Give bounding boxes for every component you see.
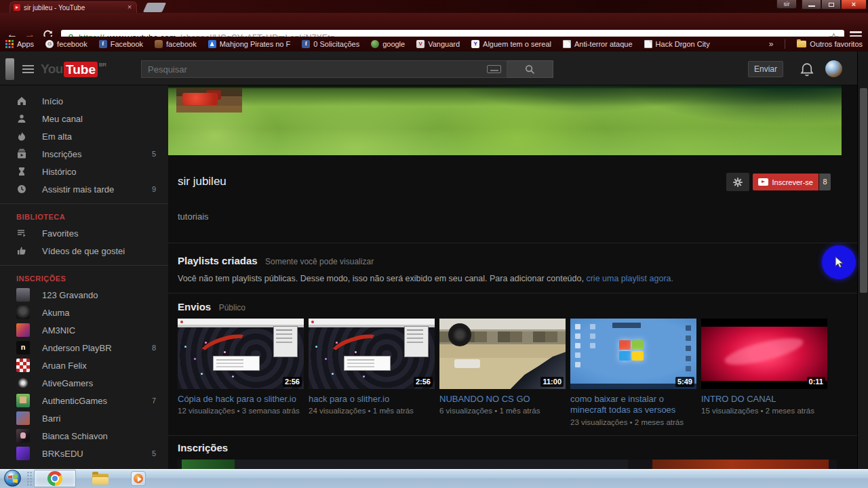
minimize-button[interactable]: [802, 0, 821, 9]
thumbnail-art: [273, 326, 297, 357]
sidebar-item-historico[interactable]: Histórico: [0, 163, 168, 180]
thumbnail-art: [454, 359, 479, 367]
channel-avatar: [16, 359, 30, 372]
account-avatar[interactable]: [825, 60, 842, 77]
browser-tab-strip: sir jubileu - YouTube sir: [0, 0, 868, 13]
channel-avatar: [16, 288, 30, 302]
channel-avatar: [16, 306, 30, 319]
sidebar-item-assistir-mais-tarde[interactable]: Assistir mais tarde 9: [0, 180, 168, 198]
video-card[interactable]: 2:56 Cópia de hack para o slither.io 12 …: [178, 319, 304, 426]
sidebar-channel-anderson-playbr[interactable]: Anderson PlayBR8: [0, 339, 168, 357]
profile-badge-button[interactable]: sir: [776, 0, 797, 9]
thumbnail-art: [686, 325, 691, 331]
close-button[interactable]: [841, 0, 867, 9]
channel-page: sir jubileu Inscrever-se 8 tutoriais Pla…: [168, 85, 857, 469]
channel-settings-button[interactable]: [726, 173, 749, 191]
new-tab-button[interactable]: [143, 3, 166, 12]
bookmark-solicitacoes[interactable]: 0 Solicitações: [302, 40, 359, 48]
sidebar-channel-aruan-felix[interactable]: Aruan Felix: [0, 357, 168, 374]
maximize-button[interactable]: [821, 0, 841, 9]
bookmark-google[interactable]: google: [371, 40, 405, 48]
video-title[interactable]: NUBANDO NO CS GO: [439, 394, 566, 405]
site-favicon: [155, 40, 163, 48]
upload-button[interactable]: Enviar: [748, 61, 783, 77]
video-title[interactable]: como baixar e instalar o minecraft todas…: [570, 394, 696, 416]
sidebar-channel-bianca-schiavon[interactable]: Bianca Schiavon: [0, 427, 168, 445]
tab-tutoriais[interactable]: tutoriais: [178, 211, 209, 222]
sidebar-item-videos-gostei[interactable]: Vídeos de que gostei: [0, 242, 168, 260]
divider: [0, 203, 168, 204]
scrollbar-thumb[interactable]: [860, 88, 867, 293]
video-title[interactable]: INTRO DO CANAL: [701, 394, 827, 405]
sidebar-channel-am3nic[interactable]: AM3NIC: [0, 321, 168, 339]
bookmark-antiterror[interactable]: Anti-terror ataque: [563, 40, 633, 48]
sidebar-item-inscricoes[interactable]: Inscrições 5: [0, 145, 168, 163]
bookmarks-overflow-chevron[interactable]: »: [769, 39, 774, 49]
search-icon: [525, 64, 535, 75]
bookmark-facebook-2[interactable]: facebook: [155, 40, 197, 48]
thumbnail-art: [632, 340, 644, 350]
video-title[interactable]: hack para o slither.io: [309, 394, 435, 405]
site-favicon: [371, 40, 379, 48]
channel-actions: Inscrever-se 8: [726, 173, 831, 191]
video-title[interactable]: Cópia de hack para o slither.io: [178, 394, 304, 405]
site-favicon: [208, 40, 216, 48]
search-input[interactable]: [141, 60, 507, 78]
subscriptions-heading: INSCRIÇÕES: [0, 271, 168, 286]
video-thumbnail[interactable]: 11:00: [439, 319, 566, 389]
start-button[interactable]: [4, 470, 21, 487]
sidebar-channel-akuma[interactable]: Akuma: [0, 304, 168, 321]
sidebar-channel-123-gravando[interactable]: 123 Gravando: [0, 286, 168, 304]
bookmark-mahjong[interactable]: Mahjong Pirates no F: [208, 40, 291, 48]
screen: sir jubileu - YouTube sir https://www.yo…: [0, 0, 868, 488]
video-duration: 2:56: [283, 377, 302, 387]
bookmark-hack-drgon[interactable]: Hack Drgon City: [644, 40, 710, 48]
bookmark-apps[interactable]: Apps: [5, 40, 34, 48]
video-thumbnail[interactable]: 5:49: [570, 319, 696, 389]
uploads-section-title: Envios: [178, 301, 211, 312]
search-button[interactable]: [507, 60, 553, 78]
quick-launch-handle[interactable]: [26, 471, 33, 486]
video-duration: 2:56: [414, 377, 433, 387]
sidebar-channel-brksedu[interactable]: BRKsEDU5: [0, 445, 168, 462]
guide-menu-button[interactable]: [22, 65, 34, 73]
bookmark-facebook[interactable]: Facebook: [99, 40, 143, 48]
video-thumbnail[interactable]: 2:56: [178, 319, 304, 389]
video-card[interactable]: 0:11 INTRO DO CANAL 15 visualizações • 2…: [701, 319, 827, 426]
cursor-highlight: [822, 245, 856, 279]
tab-close-icon[interactable]: [126, 4, 133, 11]
create-playlist-link[interactable]: crie uma playlist agora.: [586, 274, 673, 283]
taskbar-media-player-button[interactable]: [126, 470, 151, 487]
sidebar-item-meu-canal[interactable]: Meu canal: [0, 110, 168, 127]
uploads-section-header: Envios Público: [178, 301, 842, 313]
sidebar-item-favorites[interactable]: Favorites: [0, 224, 168, 242]
taskbar-chrome-button[interactable]: [34, 470, 76, 487]
taskbar-explorer-button[interactable]: [88, 470, 113, 487]
sidebar-channel-authenticgames[interactable]: AuthenticGames7: [0, 392, 168, 409]
video-duration: 11:00: [540, 377, 564, 387]
bookmark-vanguard[interactable]: Vanguard: [416, 40, 460, 48]
media-player-icon: [131, 471, 146, 486]
page-scrollbar[interactable]: [857, 52, 868, 469]
subscribe-button[interactable]: Inscrever-se 8: [753, 174, 831, 190]
keyboard-icon[interactable]: [487, 65, 501, 73]
video-card[interactable]: 11:00 NUBANDO NO CS GO 6 visualizações •…: [439, 319, 566, 426]
video-card[interactable]: 5:49 como baixar e instalar o minecraft …: [570, 319, 696, 426]
sidebar-item-em-alta[interactable]: Em alta: [0, 127, 168, 145]
thumbnail-art: [184, 346, 186, 348]
other-favorites-button[interactable]: Outros favoritos: [797, 40, 863, 48]
bookmark-fecebook[interactable]: fecebook: [45, 40, 87, 48]
site-favicon: [416, 40, 425, 48]
video-thumbnail[interactable]: 2:56: [309, 319, 435, 389]
video-thumbnail[interactable]: 0:11: [701, 319, 827, 389]
bookmark-alguem[interactable]: Alguem tem o sereal: [471, 40, 551, 48]
youtube-logo[interactable]: You Tube BR: [41, 62, 106, 77]
sidebar-channel-barri[interactable]: Barri: [0, 409, 168, 427]
sidebar-channel-ativegamers[interactable]: AtiveGamers: [0, 374, 168, 392]
browser-tab[interactable]: sir jubileu - YouTube: [9, 1, 137, 13]
channel-avatar: [16, 341, 30, 354]
notifications-bell-icon[interactable]: [800, 62, 814, 77]
sidebar-item-inicio[interactable]: Início: [0, 92, 168, 110]
video-card[interactable]: 2:56 hack para o slither.io 24 visualiza…: [309, 319, 435, 426]
window-controls: sir: [776, 0, 867, 9]
